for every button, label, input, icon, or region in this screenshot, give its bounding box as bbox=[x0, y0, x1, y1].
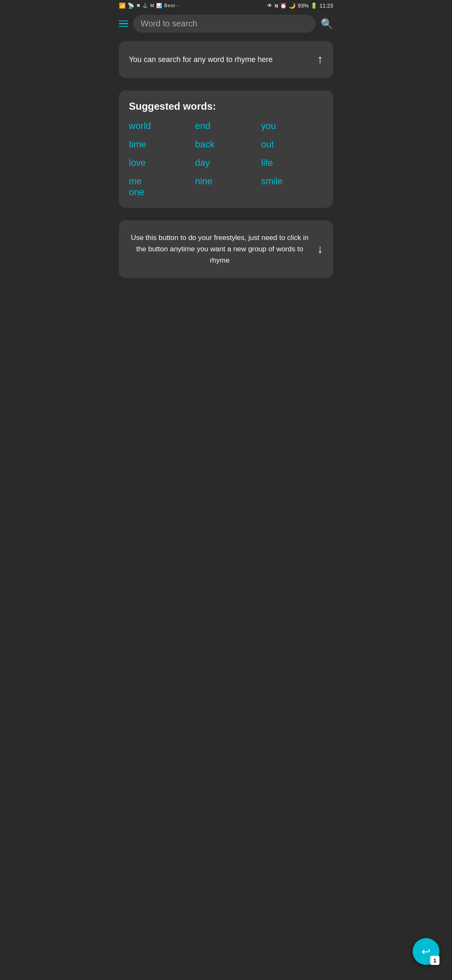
word-life[interactable]: life bbox=[261, 157, 323, 168]
freestyle-card-text: Use this button to do your freestyles, j… bbox=[129, 232, 311, 266]
search-icon: 🔍 bbox=[321, 18, 333, 29]
suggested-words-title: Suggested words: bbox=[129, 101, 323, 112]
arrow-up-icon: ↑ bbox=[317, 53, 323, 66]
search-input[interactable] bbox=[141, 19, 308, 28]
word-smile[interactable]: smile bbox=[261, 176, 323, 187]
word-love[interactable]: love bbox=[129, 157, 191, 168]
word-me[interactable]: me bbox=[129, 176, 191, 187]
suggested-words-card: Suggested words: world end you time back… bbox=[119, 90, 333, 208]
search-button[interactable]: 🔍 bbox=[321, 18, 333, 30]
eye-icon: 👁 bbox=[267, 3, 272, 9]
time: 11:23 bbox=[319, 3, 333, 9]
info-card: You can search for any word to rhyme her… bbox=[119, 41, 333, 78]
battery-icon: 🔋 bbox=[311, 3, 317, 9]
nfc-icon: N bbox=[275, 3, 278, 8]
word-out[interactable]: out bbox=[261, 139, 323, 150]
arrow-down-icon: ↓ bbox=[317, 242, 323, 256]
search-bar[interactable] bbox=[133, 15, 316, 33]
status-right: 👁 N ⏰ 🌙 93% 🔋 11:23 bbox=[267, 3, 333, 9]
status-icons: ✖ ⚓ M 📊 Best··· bbox=[136, 3, 180, 8]
words-grid: world end you time back out love day lif… bbox=[129, 121, 323, 187]
word-you[interactable]: you bbox=[261, 121, 323, 132]
signal-icon: 📶 bbox=[119, 3, 126, 9]
status-left: 📶 📡 ✖ ⚓ M 📊 Best··· bbox=[119, 3, 180, 9]
word-day[interactable]: day bbox=[195, 157, 257, 168]
word-end[interactable]: end bbox=[195, 121, 257, 132]
status-bar: 📶 📡 ✖ ⚓ M 📊 Best··· 👁 N ⏰ 🌙 93% 🔋 11:23 bbox=[113, 0, 339, 10]
menu-button[interactable] bbox=[119, 21, 128, 27]
info-card-text: You can search for any word to rhyme her… bbox=[129, 54, 311, 65]
word-time[interactable]: time bbox=[129, 139, 191, 150]
word-one[interactable]: one bbox=[129, 187, 144, 197]
alarm-icon: ⏰ bbox=[280, 3, 287, 9]
moon-icon: 🌙 bbox=[289, 3, 295, 9]
toolbar: 🔍 bbox=[113, 10, 339, 37]
word-world[interactable]: world bbox=[129, 121, 191, 132]
word-back[interactable]: back bbox=[195, 139, 257, 150]
battery-percent: 93% bbox=[298, 3, 308, 9]
word-nine[interactable]: nine bbox=[195, 176, 257, 187]
wifi-icon: 📡 bbox=[128, 3, 134, 9]
main-content: You can search for any word to rhyme her… bbox=[113, 37, 339, 295]
freestyle-card: Use this button to do your freestyles, j… bbox=[119, 220, 333, 278]
